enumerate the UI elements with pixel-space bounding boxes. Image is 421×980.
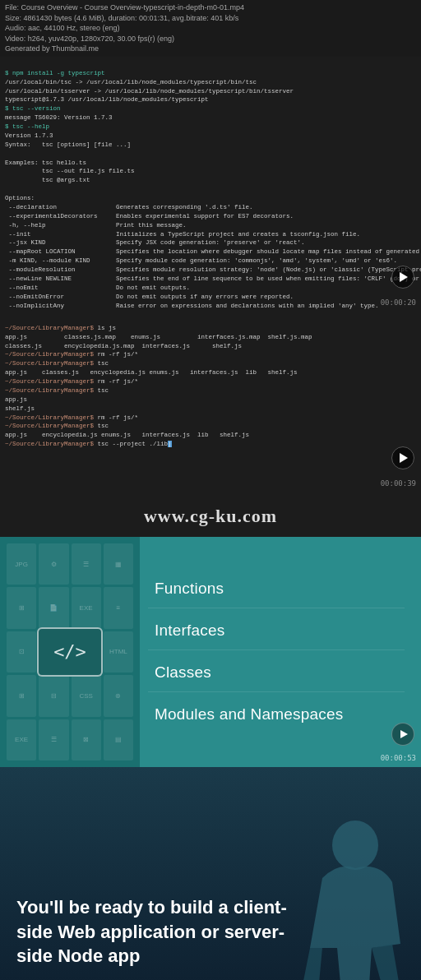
timestamp-2: 00:00:39 <box>381 479 416 488</box>
menu-items-container: Functions Interfaces Classes Modules and… <box>140 537 421 767</box>
ill-cell-3: ☰ <box>72 543 101 585</box>
timestamp-1: 00:00:20 <box>381 298 416 307</box>
menu-item-modules[interactable]: Modules and Namespaces <box>148 696 405 733</box>
timestamp-3: 00:00:53 <box>381 754 416 762</box>
file-info-line3: Audio: aac, 44100 Hz, stereo (eng) <box>5 23 416 34</box>
bottom-heading: You'll be ready to build a client-side W… <box>16 897 287 966</box>
bottom-text: You'll be ready to build a client-side W… <box>16 895 289 968</box>
file-info-line1: File: Course Overview - Course Overview-… <box>5 2 416 13</box>
menu-item-interfaces[interactable]: Interfaces <box>148 612 405 650</box>
bottom-section: You'll be ready to build a client-side W… <box>0 767 421 980</box>
ill-cell-8: ≡ <box>104 587 133 628</box>
terminal-output-1: $ npm install -g typescript /usr/local/b… <box>0 57 421 312</box>
file-info-line4: Video: h264, yuv420p, 1280x720, 30.00 fp… <box>5 34 416 44</box>
menu-section: JPG ⚙ ☰ ▦ ⊞ 📄 EXE ≡ ⊡ </> </> HTML ⊞ ⊟ C… <box>0 537 421 767</box>
file-info-bar: File: Course Overview - Course Overview-… <box>0 0 421 57</box>
play-button-1[interactable] <box>391 266 414 289</box>
ill-cell-15: CSS <box>72 675 101 716</box>
ill-cell-7: EXE <box>72 587 101 628</box>
file-info-line2: Size: 4861430 bytes (4.6 MiB), duration:… <box>5 13 416 24</box>
menu-item-functions[interactable]: Functions <box>148 570 405 608</box>
code-box-icon: </> <box>37 627 103 677</box>
ill-cell-9: ⊡ <box>7 631 36 673</box>
ill-cell-13: ⊞ <box>7 675 36 716</box>
code-symbol: </> <box>53 641 86 662</box>
ill-cell-6: 📄 <box>39 587 68 628</box>
ill-cell-18: ☰ <box>39 719 68 760</box>
svg-point-0 <box>332 821 378 870</box>
ill-cell-1: JPG <box>7 543 36 585</box>
play-button-2[interactable] <box>391 446 414 469</box>
ill-cell-14: ⊟ <box>39 675 68 716</box>
illustration-area: JPG ⚙ ☰ ▦ ⊞ 📄 EXE ≡ ⊡ </> </> HTML ⊞ ⊟ C… <box>0 537 140 767</box>
watermark-text: www.cg-ku.com <box>144 506 277 526</box>
ill-cell-20: ▤ <box>104 719 133 760</box>
ill-cell-5: ⊞ <box>7 587 36 628</box>
ill-cell-17: EXE <box>7 719 36 760</box>
terminal-section-1: $ npm install -g typescript /usr/local/b… <box>0 57 421 312</box>
ill-cell-4: ▦ <box>104 543 133 585</box>
ill-cell-12: HTML <box>104 631 133 673</box>
play-button-3[interactable] <box>391 723 414 746</box>
menu-item-classes[interactable]: Classes <box>148 654 405 692</box>
ill-cell-16: ⊛ <box>104 675 133 716</box>
ill-cell-19: ⊠ <box>72 719 101 760</box>
terminal-output-2: ~/Source/LibraryManager$ ls js app.js cl… <box>0 312 421 492</box>
file-info-line5: Generated by Thumbnail.me <box>5 44 416 54</box>
watermark: www.cg-ku.com <box>0 492 421 537</box>
terminal-section-2: ~/Source/LibraryManager$ ls js app.js cl… <box>0 312 421 492</box>
ill-cell-2: ⚙ <box>39 543 68 585</box>
